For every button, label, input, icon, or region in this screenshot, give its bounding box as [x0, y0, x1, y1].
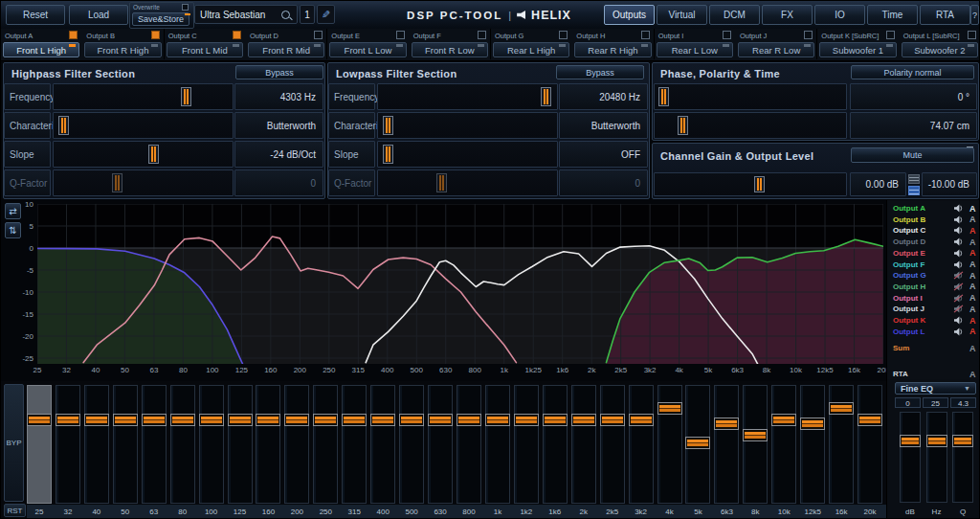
- eq-band-handle-400[interactable]: [370, 414, 395, 426]
- channel-row-rta[interactable]: RTAA: [893, 369, 979, 379]
- eq-band-track-200[interactable]: [284, 385, 309, 504]
- output-enable-checkbox[interactable]: [314, 31, 323, 39]
- eq-band-handle-5k[interactable]: [685, 437, 710, 449]
- fine-eq-slider-q[interactable]: [952, 412, 973, 503]
- overwrite-checkbox[interactable]: [182, 4, 189, 11]
- eq-band-handle-160[interactable]: [256, 414, 280, 426]
- gain-link-bottom-badge[interactable]: [908, 186, 920, 195]
- eq-band-handle-500[interactable]: [399, 414, 424, 426]
- eq-band-handle-40[interactable]: [84, 414, 109, 426]
- eq-band-handle-100[interactable]: [199, 414, 224, 426]
- eq-band-track-100[interactable]: [199, 385, 224, 504]
- eq-band-handle-12k5[interactable]: [800, 417, 825, 430]
- eq-band-handle-630[interactable]: [428, 414, 453, 426]
- fine-eq-dropdown[interactable]: Fine EQ ▼: [895, 382, 976, 395]
- preset-name-field[interactable]: Ultra Sebastian: [194, 5, 298, 24]
- highpass-slider-handle[interactable]: [58, 116, 69, 135]
- fine-eq-slider-hz[interactable]: [926, 412, 947, 503]
- eq-band-handle-2k5[interactable]: [600, 414, 625, 426]
- channel-row-l[interactable]: Output LA: [893, 327, 979, 337]
- eq-band-handle-16k[interactable]: [829, 402, 854, 415]
- speaker-icon[interactable]: [953, 237, 964, 246]
- highpass-bypass-button[interactable]: Bypass: [235, 65, 323, 79]
- lowpass-slider-track[interactable]: [377, 169, 558, 196]
- eq-band-track-80[interactable]: [170, 385, 195, 504]
- lowpass-slider-track[interactable]: [377, 141, 558, 168]
- output-enable-checkbox[interactable]: [641, 31, 650, 39]
- eq-band-handle-1k[interactable]: [485, 414, 510, 426]
- lowpass-bypass-button[interactable]: Bypass: [556, 65, 644, 79]
- load-button[interactable]: Load: [69, 5, 128, 25]
- tab-front-l-low[interactable]: Front L Low: [329, 42, 406, 57]
- frequency-response-plot[interactable]: [37, 204, 883, 364]
- lowpass-slider-track[interactable]: [377, 83, 558, 110]
- output-enable-checkbox[interactable]: [804, 31, 813, 39]
- eq-band-track-12k5[interactable]: [800, 385, 825, 504]
- eq-band-handle-63[interactable]: [142, 414, 167, 426]
- nav-io[interactable]: IO: [814, 5, 865, 25]
- help-button[interactable]: ?: [970, 5, 979, 25]
- tab-front-r-low[interactable]: Front R Low: [412, 42, 488, 57]
- eq-band-handle-4k[interactable]: [657, 402, 682, 415]
- fine-eq-handle-q[interactable]: [952, 435, 973, 447]
- lowpass-slider-handle[interactable]: [541, 87, 551, 106]
- highpass-slider-handle[interactable]: [112, 173, 122, 192]
- eq-band-track-315[interactable]: [342, 385, 367, 504]
- eq-band-track-2k[interactable]: [571, 385, 596, 504]
- search-icon[interactable]: [281, 11, 290, 19]
- phase-slider-track[interactable]: [654, 83, 847, 110]
- tab-front-r-high[interactable]: Front R High: [84, 42, 161, 57]
- eq-band-track-1k2[interactable]: [514, 385, 539, 504]
- eq-band-track-630[interactable]: [428, 385, 453, 504]
- output-enable-checkbox[interactable]: [151, 31, 160, 39]
- save-store-button[interactable]: Save&Store: [132, 12, 189, 26]
- highpass-slider-track[interactable]: [53, 169, 234, 196]
- speaker-muted-icon[interactable]: [953, 271, 964, 280]
- eq-bypass-button[interactable]: BYP: [4, 384, 24, 502]
- eq-band-track-3k2[interactable]: [629, 385, 654, 504]
- nav-outputs[interactable]: Outputs: [604, 5, 655, 25]
- eq-band-handle-10k[interactable]: [771, 414, 796, 426]
- eq-band-track-1k6[interactable]: [543, 385, 568, 504]
- eq-band-track-20k[interactable]: [858, 385, 882, 504]
- eq-band-track-160[interactable]: [256, 385, 280, 504]
- eq-band-track-8k[interactable]: [743, 385, 768, 504]
- eq-band-handle-50[interactable]: [113, 414, 138, 426]
- highpass-slider-track[interactable]: [53, 112, 234, 139]
- output-enable-checkbox[interactable]: [69, 31, 78, 39]
- eq-band-track-32[interactable]: [56, 385, 80, 504]
- eq-band-handle-20k[interactable]: [858, 414, 882, 426]
- tab-rear-r-high[interactable]: Rear R High: [574, 42, 651, 57]
- eq-band-handle-2k[interactable]: [571, 414, 596, 426]
- channel-row-a[interactable]: Output AA: [893, 203, 979, 214]
- phase-slider-track[interactable]: [654, 112, 847, 139]
- edit-preset-button[interactable]: ✎: [317, 5, 335, 24]
- eq-band-handle-1k2[interactable]: [514, 414, 539, 426]
- channel-row-sum[interactable]: SumA: [893, 343, 979, 353]
- eq-band-track-1k[interactable]: [485, 385, 510, 504]
- fine-eq-handle-db[interactable]: [900, 435, 921, 447]
- channel-row-i[interactable]: Output IA: [893, 293, 979, 304]
- speaker-muted-icon[interactable]: [953, 305, 964, 313]
- speaker-icon[interactable]: [953, 260, 964, 269]
- output-enable-checkbox[interactable]: [396, 31, 405, 39]
- speaker-icon[interactable]: [953, 316, 964, 325]
- tab-rear-l-low[interactable]: Rear L Low: [657, 42, 733, 57]
- eq-band-track-2k5[interactable]: [600, 385, 625, 504]
- eq-band-handle-8k[interactable]: [743, 429, 768, 441]
- eq-band-track-400[interactable]: [370, 385, 395, 504]
- channel-row-g[interactable]: Output GA: [893, 270, 979, 281]
- channel-row-e[interactable]: Output EA: [893, 248, 979, 259]
- eq-band-track-125[interactable]: [228, 385, 253, 504]
- nav-time[interactable]: Time: [867, 5, 918, 25]
- lowpass-slider-handle[interactable]: [383, 116, 393, 135]
- nav-dcm[interactable]: DCM: [709, 5, 760, 25]
- eq-reset-button[interactable]: RST: [4, 504, 26, 517]
- channel-row-k[interactable]: Output KA: [893, 315, 979, 326]
- channel-row-d[interactable]: Output DA: [893, 237, 979, 247]
- eq-band-track-800[interactable]: [457, 385, 481, 504]
- polarity-button[interactable]: Polarity normal: [851, 65, 974, 79]
- highpass-slider-handle[interactable]: [181, 87, 191, 106]
- lowpass-slider-track[interactable]: [377, 112, 558, 139]
- mute-button[interactable]: Mute: [851, 147, 974, 163]
